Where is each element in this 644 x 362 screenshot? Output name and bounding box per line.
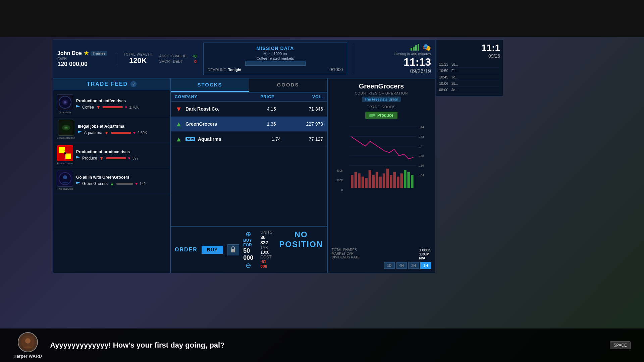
assets-section: ASSETS VALUE +0 SHORT DEBT 0	[159, 54, 197, 64]
mission-desc-1: Make 1000 on	[208, 52, 343, 56]
chart-y-1: 1,44	[418, 125, 424, 129]
list-item[interactable]: R W EthicalTrader Production of produce …	[53, 142, 170, 168]
space-hint[interactable]: SPACE	[610, 341, 631, 349]
stock-arrow-up-3: ▲	[175, 135, 183, 143]
list-item: 11:13 St...	[439, 61, 500, 68]
mission-desc-2: Coffee-related markets	[208, 56, 343, 60]
list-item[interactable]: QuantVille Production of coffee rises Co…	[53, 92, 170, 117]
stock-price-1: 4,15	[254, 106, 289, 112]
svg-rect-38	[379, 177, 382, 188]
debt-row: SHORT DEBT 0	[159, 59, 197, 64]
feed-avatar-container-2: CollapseReport	[57, 120, 75, 139]
feed-content-1: Production of coffee rises Coffee ▼ ♥ 1,…	[76, 99, 167, 110]
heart-icon-4: ♥	[135, 181, 138, 186]
trade-goods-label: TRADE GOODS	[332, 105, 431, 109]
deadline-value: Tonight	[228, 68, 241, 72]
tab-goods[interactable]: GOODS	[249, 78, 327, 92]
trade-feed-title: TRADE FEED	[87, 81, 128, 87]
total-shares-label: TOTAL SHARES	[332, 248, 360, 252]
svg-rect-42	[393, 172, 396, 188]
stock-price-2: 1,36	[254, 121, 289, 127]
order-section: ORDER BUY ⊕ BUY FOR 50 000 ⊖	[171, 226, 327, 273]
svg-point-11	[65, 127, 67, 128]
stocks-panel: STOCKS GOODS COMPANY PRICE VOL. ▼ Dark R…	[171, 78, 328, 273]
right-panel-time: 11:1	[439, 43, 500, 53]
feed-label-2: CollapseReport	[57, 136, 75, 139]
buy-button[interactable]: BUY	[202, 246, 223, 254]
feed-stock-4: GreenGrocers	[82, 181, 108, 186]
star-icon: ★	[84, 50, 89, 56]
trade-feed-header: TRADE FEED ?	[53, 78, 170, 90]
period-2h-button[interactable]: 2H	[408, 262, 419, 269]
feed-stock-1: Coffee	[82, 105, 94, 110]
cost-label: COST	[260, 255, 272, 259]
feed-avatar-2	[58, 120, 74, 136]
decrease-amount-button[interactable]: ⊖	[246, 261, 251, 269]
market-cap-label: MARKET CAP	[332, 252, 360, 255]
country-tag: The Freestate Union	[362, 97, 401, 102]
stock-arrow-up-2: ▲	[175, 120, 183, 128]
stock-vol-1: 71 346	[289, 106, 323, 112]
chart-y-4: 1,38	[418, 154, 424, 158]
svg-rect-32	[358, 173, 361, 188]
svg-point-7	[65, 102, 66, 103]
list-item[interactable]: TheRealDeal Go all in with GreenGrocers …	[53, 168, 170, 193]
order-label: ORDER	[175, 247, 198, 253]
period-1h-button[interactable]: 1H	[420, 262, 431, 269]
table-row[interactable]: ▲ GreenGrocers 1,36 227 973	[171, 117, 327, 132]
feed-stock-2: Aquafirma	[84, 130, 102, 135]
svg-point-19	[63, 175, 67, 179]
feed-avatar-container-1: QuantVille	[57, 94, 73, 114]
feed-avatar-container-4: TheRealDeal	[57, 171, 73, 190]
stock-arrow-down-1: ▼	[175, 105, 183, 113]
feed-sub-3: Produce ▼ ♥ 397	[76, 156, 167, 161]
chart-icon	[410, 43, 420, 51]
heart-icon-2: ♥	[133, 130, 136, 135]
col-price-header: PRICE	[249, 95, 286, 99]
feed-label-1: QuantVille	[59, 111, 71, 114]
chat-bar: Harper WARD Ayyyyyyyyyyyyy! How's your f…	[0, 328, 644, 362]
help-icon[interactable]: ?	[130, 81, 137, 87]
flag-icon-3	[76, 156, 80, 160]
svg-rect-35	[369, 170, 371, 188]
table-row[interactable]: ▼ Dark Roast Co. 4,15 71 346	[171, 102, 327, 117]
feed-sub-2: Aquafirma ▼ ♥ 2,59K	[78, 130, 167, 135]
mission-deadline-row: DEADLINE Tonight 0/1000	[208, 67, 343, 72]
stocks-table: COMPANY PRICE VOL. ▼ Dark Roast Co. 4,15…	[171, 93, 327, 147]
increase-amount-button[interactable]: ⊕	[246, 230, 251, 238]
lock-icon[interactable]	[227, 244, 239, 255]
table-row[interactable]: ▲ NEW Aquafirma 1,74 77 127	[171, 132, 327, 147]
wealth-section: TOTAL WEALTH 120K	[118, 53, 153, 65]
main-panel: John Doe ★ Trainee CASH 120 000,00 TOTAL…	[53, 40, 435, 273]
heart-icon-3: ♥	[128, 156, 130, 161]
list-item: 10:45 Jo...	[439, 74, 500, 80]
feed-count-1: 1,76K	[129, 105, 139, 109]
feed-headline-4: Go all in with GreenGrocers	[76, 175, 167, 180]
chart-y-3: 1,4	[418, 145, 422, 148]
feed-count-2: 2,59K	[138, 131, 147, 135]
deadline-label: DEADLINE Tonight	[208, 68, 241, 72]
svg-rect-41	[390, 175, 392, 188]
dividends-label: DIVIDENDS RATE	[332, 255, 360, 259]
feed-headline-1: Production of coffee rises	[76, 99, 167, 103]
svg-rect-33	[362, 177, 364, 188]
flag-icon-2	[78, 131, 82, 135]
right-side-panel: 11:1 09/26 11:13 St... 10:59 Fi... 10:45…	[436, 40, 503, 96]
assets-value: +0	[192, 54, 197, 59]
period-4h-button[interactable]: 4H	[396, 262, 407, 269]
stocks-table-header: COMPANY PRICE VOL.	[171, 93, 327, 102]
wealth-label: TOTAL WEALTH	[123, 53, 153, 56]
right-panel-list: 11:13 St... 10:59 Fi... 10:45 Jo... 10:0…	[439, 61, 500, 93]
chart-y-6: 1,34	[418, 174, 424, 177]
stats-row: TOTAL SHARES MARKET CAP DIVIDENDS RATE 1…	[332, 248, 431, 260]
cost-value: -51 000	[260, 259, 272, 269]
svg-rect-36	[372, 175, 375, 188]
feed-count-3: 397	[132, 156, 139, 160]
period-1d-button[interactable]: 1D	[384, 262, 395, 269]
spacer	[171, 147, 327, 226]
short-debt-label: SHORT DEBT	[159, 59, 183, 64]
tab-stocks[interactable]: STOCKS	[171, 78, 249, 92]
list-item[interactable]: CollapseReport Illegal jobs at Aquafirma…	[53, 117, 170, 142]
mission-progress-fraction: 0/1000	[329, 67, 343, 72]
feed-items: QuantVille Production of coffee rises Co…	[53, 90, 170, 273]
